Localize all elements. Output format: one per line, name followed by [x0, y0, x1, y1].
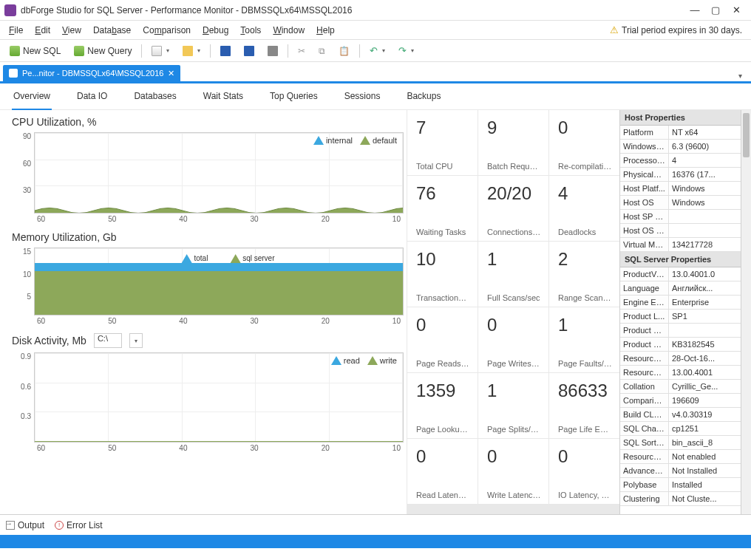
cpu-legend: internal default: [313, 136, 397, 145]
stat-value: 0: [416, 446, 470, 467]
tab-performance-monitor[interactable]: Pe...nitor - DBMSSQLx64\MSSQL2016 ✕: [3, 65, 180, 81]
print-button[interactable]: [262, 43, 283, 59]
stat-tile: 20/20Connections (user: [478, 176, 548, 241]
disk-legend: read write: [331, 356, 397, 365]
prop-row[interactable]: ClusteringNot Cluste...: [620, 492, 741, 506]
new-sql-button[interactable]: New SQL: [4, 43, 66, 59]
prop-row[interactable]: SQL Sort ...bin_ascii_8: [620, 436, 741, 450]
prop-row[interactable]: Resource ...Not enabled: [620, 450, 741, 464]
tab-top-queries[interactable]: Top Queries: [268, 83, 319, 110]
menu-edit[interactable]: Edit: [29, 22, 56, 38]
tab-icon: [9, 69, 18, 78]
prop-row[interactable]: Advanced...Not Installed: [620, 464, 741, 478]
error-icon: !: [55, 521, 64, 530]
tabs-overflow-button[interactable]: ▾: [733, 70, 748, 81]
output-tab[interactable]: Output: [6, 520, 44, 530]
prop-row[interactable]: PolybaseInstalled: [620, 478, 741, 492]
stat-label: Batch Requests/s: [487, 162, 541, 171]
tab-overview[interactable]: Overview: [12, 83, 52, 110]
tab-close-icon[interactable]: ✕: [168, 69, 174, 78]
properties-panel: Host PropertiesPlatformNT x64WindowsV...…: [619, 110, 741, 514]
undo-button[interactable]: ↶▾: [364, 42, 390, 59]
prop-key: Compariso...: [620, 394, 669, 407]
menu-comparison[interactable]: Comparison: [137, 22, 197, 38]
props-header: Host Properties: [620, 110, 741, 126]
prop-row[interactable]: Host OSWindows: [620, 196, 741, 210]
cut-button[interactable]: ✂: [293, 43, 310, 59]
disk-chart-block: Disk Activity, Mb C:\▾ 0.90.60.3 read wr…: [12, 333, 407, 456]
copy-button[interactable]: ⧉: [313, 43, 330, 59]
save-button[interactable]: [215, 43, 236, 59]
stat-tile: 1Full Scans/sec: [478, 242, 548, 307]
scrollbar-thumb[interactable]: [743, 113, 750, 157]
menu-window[interactable]: Window: [267, 22, 310, 38]
new-file-button[interactable]: ▾: [146, 43, 174, 59]
prop-value: [669, 324, 741, 337]
prop-row[interactable]: ProductVe...13.0.4001.0: [620, 267, 741, 281]
stat-label: Re-compilations/s: [558, 162, 612, 171]
bottom-tabs: Output !Error List: [0, 514, 751, 535]
menu-file[interactable]: File: [3, 22, 29, 38]
maximize-button[interactable]: ▢: [705, 3, 726, 18]
prop-row[interactable]: Product L...SP1: [620, 310, 741, 324]
prop-row[interactable]: WindowsV...6.3 (9600): [620, 140, 741, 154]
tab-databases[interactable]: Databases: [132, 83, 177, 110]
menu-debug[interactable]: Debug: [197, 22, 234, 38]
prop-row[interactable]: Resource ...28-Oct-16...: [620, 352, 741, 366]
prop-row[interactable]: Product U...KB3182545: [620, 338, 741, 352]
menu-database[interactable]: Database: [87, 22, 137, 38]
scrollbar[interactable]: [741, 110, 751, 514]
save-icon: [220, 46, 231, 56]
prop-row[interactable]: Product U...: [620, 324, 741, 338]
sql-icon: [10, 46, 20, 56]
close-button[interactable]: ✕: [726, 3, 747, 18]
error-list-tab[interactable]: !Error List: [55, 520, 103, 530]
prop-row[interactable]: Host Platf...Windows: [620, 182, 741, 196]
stat-value: 86633: [558, 380, 612, 401]
prop-row[interactable]: Resource ...13.00.4001: [620, 366, 741, 380]
disk-drive-select[interactable]: C:\: [94, 333, 122, 348]
tab-sessions[interactable]: Sessions: [343, 83, 382, 110]
stat-tile: 1Page Faults/sec: [549, 307, 619, 372]
stat-tile: 4Deadlocks: [549, 176, 619, 241]
prop-key: Host OS L...: [620, 224, 669, 237]
prop-row[interactable]: Compariso...196609: [620, 394, 741, 408]
prop-value: 196609: [669, 394, 741, 407]
prop-row[interactable]: PhysicalM...16376 (17...: [620, 168, 741, 182]
prop-row[interactable]: Virtual Me...134217728: [620, 238, 741, 252]
stat-label: Page Lookups/sec: [416, 425, 470, 434]
prop-row[interactable]: PlatformNT x64: [620, 126, 741, 140]
prop-row[interactable]: LanguageАнглийск...: [620, 281, 741, 296]
stat-tile: 0Page Writes/sec: [478, 307, 548, 372]
menu-help[interactable]: Help: [310, 22, 341, 38]
menu-view[interactable]: View: [56, 22, 87, 38]
prop-row[interactable]: SQL Charsetcp1251: [620, 422, 741, 436]
prop-row[interactable]: Host OS L...: [620, 224, 741, 238]
prop-value: 28-Oct-16...: [669, 352, 741, 365]
menu-tools[interactable]: Tools: [234, 22, 267, 38]
save-all-button[interactable]: [239, 43, 259, 59]
minimize-button[interactable]: —: [684, 3, 705, 18]
tab-wait-stats[interactable]: Wait Stats: [202, 83, 245, 110]
new-query-button[interactable]: New Query: [69, 43, 137, 59]
stat-value: 0: [416, 315, 470, 335]
disk-drive-dropdown[interactable]: ▾: [129, 333, 143, 348]
stat-tile: 76Waiting Tasks: [407, 176, 478, 241]
disk-plot: read write: [34, 352, 404, 443]
stat-label: Total CPU: [416, 162, 470, 171]
stat-value: 1: [487, 380, 541, 401]
paste-button[interactable]: 📋: [333, 43, 355, 59]
prop-row[interactable]: Engine Edi...Enterprise: [620, 296, 741, 310]
redo-button[interactable]: ↷▾: [393, 42, 419, 59]
open-button[interactable]: ▾: [177, 43, 205, 59]
stat-value: 0: [487, 315, 541, 335]
prop-row[interactable]: Build CLR ...v4.0.30319: [620, 408, 741, 422]
prop-row[interactable]: Host SP L...: [620, 210, 741, 224]
new-file-icon: [152, 46, 162, 56]
stat-value: 76: [416, 183, 470, 204]
prop-row[interactable]: CollationCyrillic_Ge...: [620, 380, 741, 394]
prop-row[interactable]: Processor...4: [620, 154, 741, 168]
tab-backups[interactable]: Backups: [405, 83, 442, 110]
tab-data-io[interactable]: Data IO: [75, 83, 109, 110]
document-tabs: Pe...nitor - DBMSSQLx64\MSSQL2016 ✕ ▾: [0, 62, 751, 81]
